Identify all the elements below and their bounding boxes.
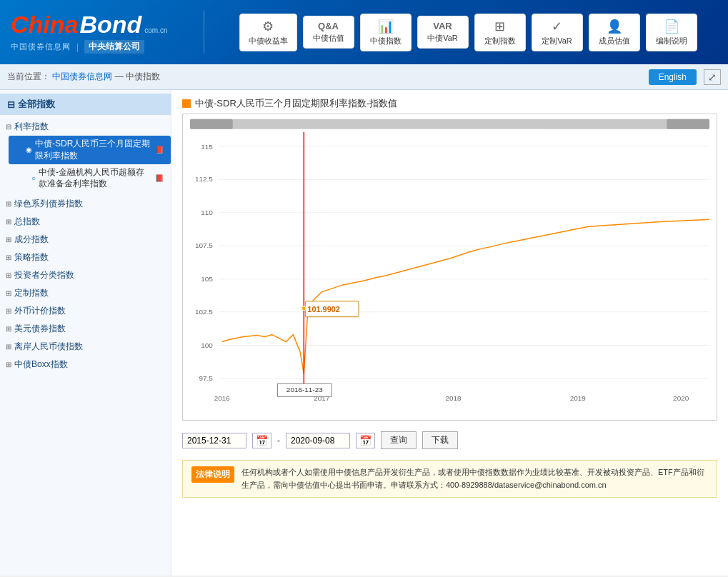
sidebar-item-usd[interactable]: ⊞ 美元债券指数 (0, 320, 171, 338)
nav-item-yield[interactable]: ⚙ 中债收益率 (239, 14, 297, 51)
logo-comcn: com.cn (144, 26, 167, 34)
breadcrumb-prefix: 当前位置： (7, 71, 50, 81)
end-date-input[interactable] (286, 433, 350, 448)
query-button[interactable]: 查询 (381, 431, 417, 449)
sidebar-header: ⊟ 全部指数 (0, 94, 171, 115)
svg-point-29 (301, 306, 306, 311)
svg-rect-2 (667, 119, 709, 129)
sidebar-item-foreign[interactable]: ⊞ 外币计价指数 (0, 302, 171, 320)
svg-text:112.5: 112.5 (195, 175, 213, 183)
sidebar-section-interest: ⊟ 利率指数 ◉ 中债-SDR人民币三个月固定期限利率指数 📕 ○ 中债-金融机… (0, 115, 171, 195)
boxx-label: 中债Boxx指数 (14, 358, 68, 371)
svg-text:2018: 2018 (445, 394, 462, 402)
custom-expand-icon: ⊞ (6, 289, 11, 297)
member-icon: 👤 (607, 19, 622, 34)
nav-item-custom-index[interactable]: ⊞ 定制指数 (474, 14, 526, 51)
nav-icons: ⚙ 中债收益率 Q&A 中债估值 📊 中债指数 VAR 中债VaR ⊞ 定制指数… (208, 14, 728, 51)
strategy-label: 策略指数 (14, 251, 49, 264)
logo-separator: | (76, 42, 79, 52)
sidebar-item-custom[interactable]: ⊞ 定制指数 (0, 284, 171, 302)
fullscreen-button[interactable]: ⤢ (704, 69, 721, 85)
valuation-icon: Q&A (318, 21, 339, 31)
breadcrumb: 当前位置： 中国债券信息网 — 中债指数 (7, 71, 160, 83)
fin-label: 中债-金融机构人民币超额存款准备金利率指数 (39, 166, 152, 191)
green-expand-icon: ⊞ (6, 200, 11, 208)
sidebar-item-total[interactable]: ⊞ 总指数 (0, 213, 171, 231)
logo-area: China Bond com.cn 中国债券信息网 | 中央结算公司 (0, 4, 200, 61)
component-expand-icon: ⊞ (6, 236, 11, 244)
end-date-calendar[interactable]: 📅 (356, 433, 375, 448)
nav-item-var[interactable]: VAR 中债VaR (417, 16, 469, 49)
logo-subtitle: 中国债券信息网 (11, 41, 71, 52)
chart-container[interactable]: 115 112.5 110 107.5 105 102.5 100 97.5 2… (182, 114, 717, 421)
breadcrumb-home[interactable]: 中国债券信息网 (52, 71, 112, 81)
offshore-expand-icon: ⊞ (6, 343, 11, 351)
svg-text:2020: 2020 (673, 394, 689, 402)
svg-text:110: 110 (201, 209, 213, 216)
sidebar-item-investor[interactable]: ⊞ 投资者分类指数 (0, 266, 171, 284)
header: China Bond com.cn 中国债券信息网 | 中央结算公司 ⚙ 中债收… (0, 0, 728, 64)
sidebar-item-fin[interactable]: ○ 中债-金融机构人民币超额存款准备金利率指数 📕 (9, 164, 171, 193)
nav-item-custom-var[interactable]: ✓ 定制VaR (532, 14, 583, 51)
sidebar-title: 全部指数 (18, 98, 55, 111)
index-icon: 📊 (378, 19, 394, 34)
total-expand-icon: ⊞ (6, 218, 11, 226)
interest-label: 利率指数 (14, 121, 49, 133)
chart-title: 中债-SDR人民币三个月固定期限利率指数-指数值 (182, 97, 717, 110)
english-button[interactable]: English (649, 69, 697, 85)
logo-company: 中央结算公司 (84, 40, 144, 54)
start-date-input[interactable] (182, 433, 246, 448)
investor-expand-icon: ⊞ (6, 271, 11, 279)
sidebar-item-offshore[interactable]: ⊞ 离岸人民币债指数 (0, 338, 171, 356)
nav-item-docs[interactable]: 📄 编制说明 (646, 14, 697, 51)
breadcrumb-sep: — (115, 71, 126, 81)
yield-icon: ⚙ (262, 19, 274, 34)
chart-area: 中债-SDR人民币三个月固定期限利率指数-指数值 115 112.5 110 1… (171, 90, 728, 576)
sdr-pdf-icon[interactable]: 📕 (155, 146, 164, 154)
sidebar-item-boxx[interactable]: ⊞ 中债Boxx指数 (0, 356, 171, 373)
nav-label-custom-var: 定制VaR (542, 36, 572, 46)
chart-title-dot (182, 99, 191, 108)
component-label: 成分指数 (14, 234, 49, 246)
sidebar-item-strategy[interactable]: ⊞ 策略指数 (0, 249, 171, 266)
svg-text:97.5: 97.5 (199, 374, 213, 382)
nav-label-custom-index: 定制指数 (484, 36, 516, 46)
fin-pdf-icon[interactable]: 📕 (155, 174, 164, 182)
logo-china: China (11, 11, 78, 39)
custom-var-icon: ✓ (552, 19, 562, 34)
svg-text:2019: 2019 (570, 394, 587, 402)
sdr-dot: ◉ (26, 146, 32, 154)
sidebar-item-green[interactable]: ⊞ 绿色系列债券指数 (0, 195, 171, 213)
nav-item-member-val[interactable]: 👤 成员估值 (589, 14, 640, 51)
interest-expand-icon: ⊟ (6, 123, 11, 131)
sdr-label: 中债-SDR人民币三个月固定期限利率指数 (35, 138, 152, 162)
chart-title-text: 中债-SDR人民币三个月固定期限利率指数-指数值 (195, 97, 397, 110)
legal-notice: 法律说明 任何机构或者个人如需使用中债信息产品开发衍生产品，或者使用中债指数数据… (182, 460, 717, 498)
sidebar-item-component[interactable]: ⊞ 成分指数 (0, 231, 171, 249)
svg-text:115: 115 (201, 143, 213, 151)
svg-text:105: 105 (201, 275, 213, 283)
nav-item-index[interactable]: 📊 中债指数 (360, 14, 412, 51)
investor-label: 投资者分类指数 (14, 269, 74, 281)
start-date-calendar[interactable]: 📅 (252, 433, 271, 448)
var-icon: VAR (433, 21, 452, 31)
logo-bond: Bond (79, 11, 141, 39)
boxx-expand-icon: ⊞ (6, 361, 11, 368)
foreign-label: 外币计价指数 (14, 305, 66, 317)
legal-text: 任何机构或者个人如需使用中债信息产品开发衍生产品，或者使用中债指数数据作为业绩比… (241, 466, 708, 491)
breadcrumb-current: 中债指数 (126, 71, 160, 81)
header-separator (204, 11, 204, 54)
svg-text:107.5: 107.5 (195, 241, 213, 249)
main-content: ⊟ 全部指数 ⊟ 利率指数 ◉ 中债-SDR人民币三个月固定期限利率指数 📕 ○ (0, 90, 728, 576)
sidebar-item-sdr[interactable]: ◉ 中债-SDR人民币三个月固定期限利率指数 📕 (9, 136, 171, 164)
chart-svg: 115 112.5 110 107.5 105 102.5 100 97.5 2… (183, 114, 717, 420)
fin-dot: ○ (31, 174, 36, 182)
svg-rect-1 (190, 119, 233, 129)
sidebar: ⊟ 全部指数 ⊟ 利率指数 ◉ 中债-SDR人民币三个月固定期限利率指数 📕 ○ (0, 90, 171, 576)
legal-label: 法律说明 (191, 466, 234, 483)
nav-label-valuation: 中债估值 (313, 33, 344, 44)
nav-item-valuation[interactable]: Q&A 中债估值 (303, 16, 354, 49)
nav-label-docs: 编制说明 (656, 36, 687, 46)
download-button[interactable]: 下载 (422, 431, 458, 449)
interest-rate-group[interactable]: ⊟ 利率指数 (0, 118, 171, 136)
